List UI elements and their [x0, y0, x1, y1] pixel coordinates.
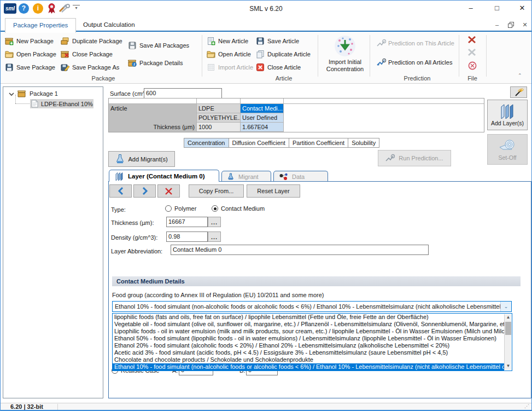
tab-solubility[interactable]: Solubility: [348, 138, 379, 148]
file-close-red-button[interactable]: [466, 34, 477, 45]
tab-concentration[interactable]: Concentration: [184, 138, 229, 148]
list-item[interactable]: lipophilic foods (fats and oils, free fa…: [113, 314, 504, 321]
layer2-name-cell-selected[interactable]: Contact Medi...: [241, 104, 284, 113]
thickness-more-button[interactable]: ...: [208, 217, 221, 227]
tree-root-package[interactable]: Package 1: [17, 89, 58, 98]
scroll-down-icon[interactable]: ▼: [505, 363, 512, 370]
prediction-icon: [377, 58, 385, 67]
save-article-button[interactable]: Save Article: [256, 36, 299, 45]
wizard-button[interactable]: [510, 86, 527, 98]
surface-input[interactable]: 600: [144, 88, 222, 99]
child-minimize-button[interactable]: –: [491, 21, 503, 29]
close-article-button[interactable]: Close Article: [256, 62, 301, 72]
close-article-label: Close Article: [267, 64, 301, 71]
reset-layer-button[interactable]: Reset Layer: [247, 184, 300, 198]
file-close-disabled-button: [467, 48, 476, 56]
new-package-button[interactable]: New Package: [5, 36, 54, 45]
set-off-roll-icon: [499, 138, 516, 153]
list-item-selected[interactable]: Ethanol 10% - food simulant (non-alcohol…: [113, 363, 504, 371]
collapse-ribbon-icon[interactable]: ⌃: [518, 73, 522, 78]
tree-expander-icon[interactable]: [9, 92, 14, 96]
tab-partition-coefficient[interactable]: Partition Coefficient: [289, 138, 348, 148]
radio-contact-medium[interactable]: Contact Medium: [212, 205, 265, 212]
density-more-button[interactable]: ...: [208, 231, 221, 242]
scrollbar-thumb[interactable]: [505, 322, 511, 335]
save-package-button[interactable]: Save Package: [5, 62, 55, 72]
layer2-thickness-cell[interactable]: 1.667E04: [241, 123, 284, 132]
duplicate-article-label: Duplicate Article: [267, 51, 311, 57]
open-article-button[interactable]: Open Article: [207, 49, 251, 59]
layer-panel: Copy From... Reset Layer Type: Polymer C…: [108, 181, 531, 398]
list-item[interactable]: Acetic acid 3% - food simulant (acidic f…: [113, 349, 504, 356]
duplicate-article-button[interactable]: Duplicate Article: [256, 49, 311, 59]
minimize-button[interactable]: –: [463, 2, 479, 15]
duplicate-package-label: Duplicate Package: [72, 38, 122, 44]
list-scrollbar[interactable]: ▲ ▼: [504, 314, 511, 370]
scroll-up-icon[interactable]: ▲: [505, 314, 512, 321]
add-migrants-button[interactable]: Add Migrant(s): [108, 151, 175, 167]
save-all-packages-label: Save All Packages: [139, 42, 189, 49]
prediction-all-articles-button[interactable]: Prediction on All Articles: [377, 57, 452, 67]
food-group-combobox[interactable]: Ethanol 10% - food simulant (non-alcohol…: [112, 301, 512, 312]
child-restore-button[interactable]: [505, 21, 517, 29]
layer1-name-cell[interactable]: LDPE: [197, 104, 241, 113]
radio-polymer-label: Polymer: [174, 205, 196, 212]
tab-output-calculation[interactable]: Output Calculation: [75, 18, 143, 32]
thickness-label: Thickness (µm):: [111, 219, 154, 226]
density-input[interactable]: 0.98: [166, 231, 208, 242]
save-package-as-button[interactable]: Save Package As: [61, 62, 119, 72]
floppy-icon: [5, 63, 14, 72]
file-group-label: File: [467, 75, 477, 82]
tab-layer[interactable]: Layer (Contact Medium 0): [109, 170, 219, 182]
maximize-button[interactable]: □: [489, 2, 505, 15]
package-group-label: Package: [92, 75, 115, 82]
tree-root-label: Package 1: [30, 90, 58, 97]
table-corner-cell: Article: [109, 104, 197, 113]
import-initial-concentration-button[interactable]: Import InitialConcentration: [325, 34, 365, 76]
new-article-icon: [207, 37, 215, 45]
chevron-down-icon[interactable]: ⌄: [500, 302, 511, 311]
delete-layer-button[interactable]: [157, 184, 180, 198]
next-layer-button[interactable]: [133, 184, 156, 198]
list-item[interactable]: Ethanol 20% - food simulant (alcoholic f…: [113, 342, 504, 349]
close-package-button[interactable]: Close Package: [61, 49, 113, 59]
layer2-material-cell[interactable]: User Defined: [241, 113, 284, 123]
file-cancel-button[interactable]: [468, 61, 477, 70]
contact-medium-details-header: Contact Medium Details: [112, 276, 521, 286]
open-package-button[interactable]: Open Package: [5, 49, 56, 59]
duplicate-package-button[interactable]: Duplicate Package: [61, 36, 122, 45]
new-article-label: New Article: [218, 38, 248, 44]
add-migrants-label: Add Migrant(s): [128, 156, 167, 163]
tab-data[interactable]: Data: [273, 171, 328, 182]
add-layers-button[interactable]: Add Layer(s): [487, 100, 528, 130]
list-item[interactable]: Vegetable oil - food simulant (olive oil…: [113, 321, 504, 328]
prediction-icon: [377, 39, 385, 48]
tree-item-article[interactable]: LDPE-Ethanol 10%: [30, 99, 93, 108]
child-close-button[interactable]: ✕: [519, 21, 531, 29]
tab-migrant[interactable]: Migrant: [221, 171, 271, 182]
new-article-button[interactable]: New Article: [207, 36, 248, 45]
close-button[interactable]: ✕: [514, 2, 530, 15]
layer-abbreviation-input[interactable]: Contact Medium 0: [171, 245, 429, 255]
tab-package-properties[interactable]: Package Properties: [5, 18, 76, 33]
resize-grip[interactable]: ⋰: [524, 403, 529, 409]
table-header-cell: [284, 99, 484, 104]
save-all-packages-button[interactable]: Save All Packages: [128, 40, 189, 50]
copy-from-button[interactable]: Copy From...: [189, 184, 244, 198]
previous-layer-button[interactable]: [109, 184, 132, 198]
layer1-thickness-cell[interactable]: 1000: [197, 123, 241, 132]
list-item[interactable]: Ethanol 50% - food simulant (lipophilic …: [113, 335, 504, 342]
package-details-button[interactable]: i Package Details: [128, 58, 183, 67]
radio-polymer[interactable]: Polymer: [165, 205, 196, 212]
layer1-material-cell[interactable]: POLYETHYLE...: [197, 113, 241, 123]
tree-line: [15, 103, 31, 104]
list-item[interactable]: Lipophilic foods - oil in water emulsion…: [113, 328, 504, 335]
table-header-cell: [197, 99, 241, 104]
list-item[interactable]: Chocolate and chocolate products / Schok…: [113, 356, 504, 363]
import-article-label: Import Article: [218, 64, 253, 71]
article-group-label: Article: [276, 75, 293, 82]
package-details-label: Package Details: [139, 60, 183, 66]
tab-diffusion-coefficient[interactable]: Diffusion Coefficient: [229, 138, 289, 148]
thickness-input[interactable]: 16667: [166, 217, 208, 227]
window-title: SML v 6.20: [1, 5, 531, 13]
